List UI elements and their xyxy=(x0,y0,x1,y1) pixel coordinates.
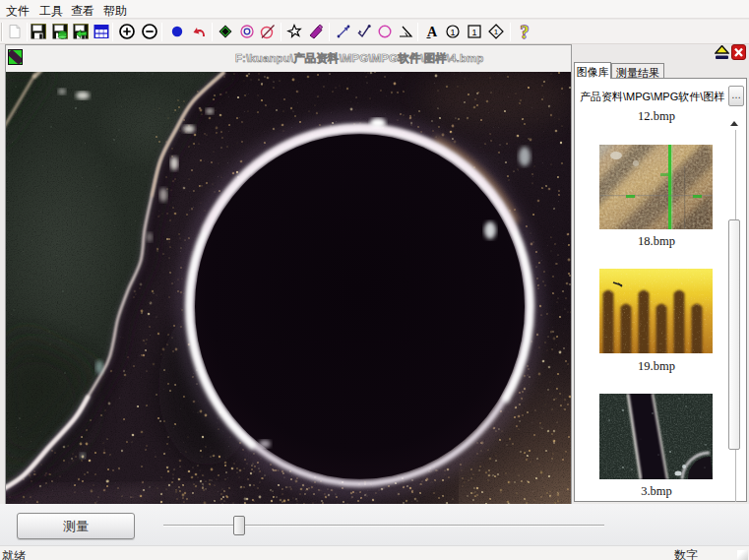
svg-text:1: 1 xyxy=(471,28,476,37)
svg-text:1: 1 xyxy=(450,28,455,37)
svg-text:1: 1 xyxy=(494,28,499,36)
svg-text:?: ? xyxy=(521,24,530,39)
svg-text:A: A xyxy=(427,25,438,39)
